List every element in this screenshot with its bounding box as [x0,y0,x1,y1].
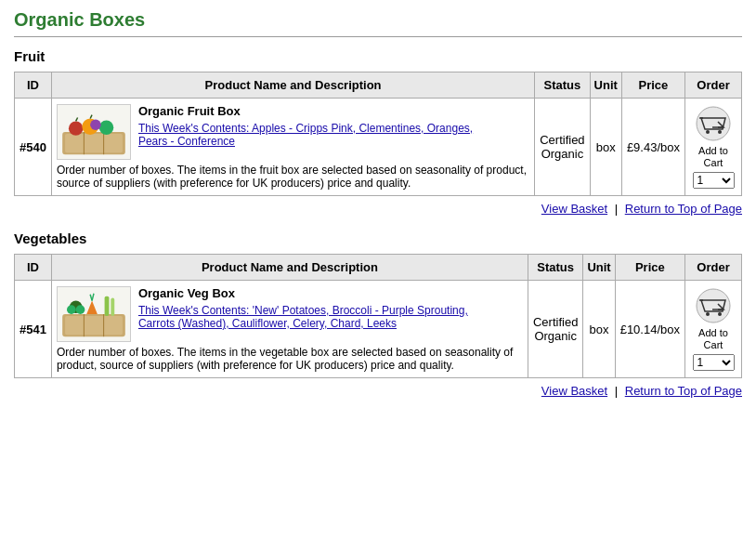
svg-point-26 [697,289,730,323]
product-info-540: Organic Fruit Box This Week's Contents: … [138,104,491,151]
table-row: #540 [15,99,742,196]
product-name-541: Organic Veg Box [138,286,235,300]
fruit-table: ID Product Name and Description Status U… [14,72,742,196]
col-id-fruit: ID [15,72,52,99]
product-order-541[interactable]: Add toCart 1 2 3 4 5 [685,281,742,378]
product-desc-541: Organic Veg Box This Week's Contents: 'N… [51,281,528,378]
product-description-540: Order number of boxes. The items in the … [57,164,529,190]
col-unit-fruit: Unit [590,72,621,99]
svg-point-11 [706,130,710,134]
vegetables-table: ID Product Name and Description Status U… [14,254,742,378]
col-desc-fruit: Product Name and Description [51,72,534,99]
product-link-540[interactable]: This Week's Contents: Apples - Cripps Pi… [138,122,491,148]
svg-point-27 [706,312,710,316]
col-unit-veg: Unit [583,255,615,281]
title-divider [14,36,742,37]
col-id-veg: ID [15,255,52,281]
product-image-fruit [57,104,131,160]
section-title-fruit: Fruit [14,48,742,64]
svg-point-12 [718,130,722,134]
view-basket-veg[interactable]: View Basket [541,384,607,398]
add-to-cart-540[interactable] [690,105,736,145]
footer-links-fruit: View Basket | Return to Top of Page [14,202,742,216]
col-order-fruit: Order [685,72,742,99]
add-to-cart-label-541: Add toCart [690,327,736,349]
col-price-fruit: Price [621,72,684,99]
product-info-541: Organic Veg Box This Week's Contents: 'N… [138,286,491,334]
svg-rect-24 [105,296,110,316]
svg-point-20 [67,305,76,314]
svg-rect-16 [65,316,123,335]
product-id-541: #541 [15,281,52,378]
return-top-veg[interactable]: Return to Top of Page [625,384,742,398]
product-id-540: #540 [15,99,52,196]
section-title-vegetables: Vegetables [14,230,742,246]
col-price-veg: Price [615,255,684,281]
svg-line-23 [92,294,94,301]
separator-fruit: | [615,202,621,216]
svg-rect-1 [65,134,123,152]
page-title: Organic Boxes [14,9,742,31]
product-image-veg [57,286,131,342]
svg-point-28 [718,312,722,316]
col-order-veg: Order [685,255,742,281]
svg-line-9 [90,115,92,119]
quantity-select-541[interactable]: 1 2 3 4 5 [693,354,735,371]
svg-line-8 [76,118,78,122]
product-unit-540: box [590,99,621,196]
add-to-cart-label-540: Add toCart [690,145,736,167]
view-basket-fruit[interactable]: View Basket [541,202,607,216]
product-price-540: £9.43/box [621,99,684,196]
product-name-540: Organic Fruit Box [138,104,241,118]
col-status-veg: Status [528,255,582,281]
svg-rect-25 [111,298,114,316]
product-order-540[interactable]: Add toCart 1 2 3 4 5 [685,99,742,196]
table-row: #541 [15,281,742,378]
product-desc-540: Organic Fruit Box This Week's Contents: … [51,99,534,196]
footer-links-veg: View Basket | Return to Top of Page [14,384,742,398]
svg-point-6 [99,120,113,134]
cart-icon-541 [690,287,736,324]
separator-veg: | [615,384,621,398]
product-unit-541: box [583,281,615,378]
svg-point-4 [69,121,83,135]
add-to-cart-541[interactable] [690,287,736,327]
return-top-fruit[interactable]: Return to Top of Page [625,202,742,216]
quantity-select-540[interactable]: 1 2 3 4 5 [693,172,735,189]
svg-point-7 [90,119,101,130]
svg-point-21 [76,305,85,314]
product-description-541: Order number of boxes. The items in the … [57,346,523,372]
product-price-541: £10.14/box [615,281,684,378]
product-status-541: CertifiedOrganic [528,281,582,378]
svg-point-10 [697,107,730,140]
product-status-540: CertifiedOrganic [535,99,590,196]
col-status-fruit: Status [535,72,590,99]
col-desc-veg: Product Name and Description [51,255,528,281]
cart-icon-540 [690,105,736,142]
product-link-541[interactable]: This Week's Contents: 'New' Potatoes, Br… [138,304,491,330]
